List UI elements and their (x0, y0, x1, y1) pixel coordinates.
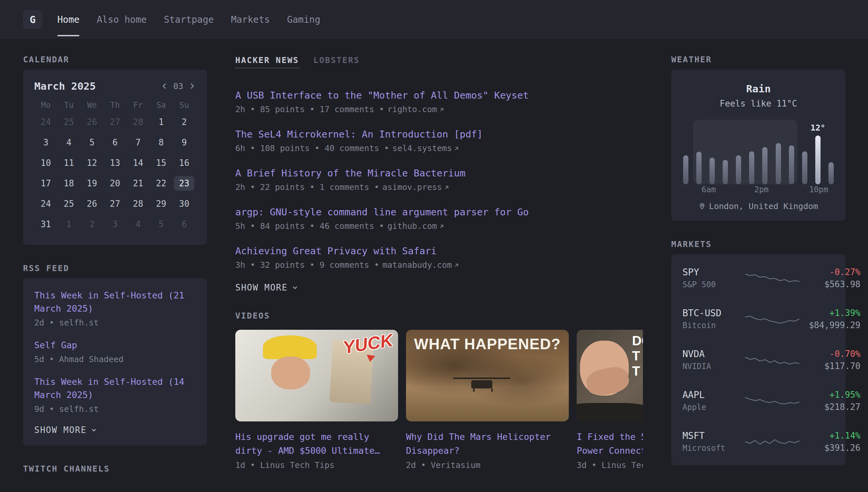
news-item-source[interactable]: matanabudy.com (383, 259, 460, 271)
rss-item-title[interactable]: This Week in Self-Hosted (21 March 2025) (34, 289, 196, 315)
calendar-day[interactable]: 9 (173, 132, 196, 153)
calendar-day[interactable]: 18 (57, 173, 80, 194)
news-item-source[interactable]: asimov.press (383, 181, 450, 194)
calendar-day[interactable]: 24 (34, 194, 57, 214)
news-item-title[interactable]: argp: GNU-style command line argument pa… (235, 205, 643, 219)
calendar-day[interactable]: 12 (80, 153, 103, 173)
calendar-day[interactable]: 5 (80, 132, 103, 153)
market-row[interactable]: AAPL Apple +1.95% $218.27 (682, 380, 834, 421)
calendar-day[interactable]: 2 (173, 112, 196, 132)
nav-tab[interactable]: Home (57, 0, 79, 39)
calendar-day[interactable]: 14 (127, 153, 150, 173)
rss-show-more-button[interactable]: SHOW MORE (34, 425, 97, 435)
news-tab[interactable]: LOBSTERS (313, 55, 360, 68)
video-title[interactable]: His upgrade got me really dirty - AMD $5… (235, 430, 398, 458)
news-item-source[interactable]: github.com (388, 220, 445, 232)
calendar-day[interactable]: 29 (150, 194, 173, 214)
calendar-day[interactable]: 11 (57, 153, 80, 173)
markets-heading: MARKETS (671, 239, 846, 249)
news-item-stats: 2h • 22 points • 1 comments • (235, 181, 379, 194)
news-item-meta: 2h • 22 points • 1 comments • asimov.pre… (235, 181, 643, 194)
calendar-day[interactable]: 3 (34, 132, 57, 153)
calendar-day[interactable]: 25 (57, 112, 80, 132)
calendar-day[interactable]: 6 (173, 214, 196, 235)
calendar-day[interactable]: 1 (57, 214, 80, 235)
video-title[interactable]: I Fixed the 5090 Power Connector (577, 430, 643, 458)
news-item-source[interactable]: sel4.systems (393, 142, 460, 155)
calendar-day[interactable]: 17 (34, 173, 57, 194)
market-price: $391.26 (799, 443, 861, 453)
news-item-source[interactable]: righto.com (388, 103, 445, 116)
rss-item-title[interactable]: Self Gap (34, 339, 196, 352)
calendar-day[interactable]: 2 (80, 214, 103, 235)
news-item-title[interactable]: A Brief History of the Miracle Bacterium (235, 166, 643, 180)
news-source-domain: matanabudy.com (383, 259, 452, 271)
video-thumbnail[interactable]: YUCK (235, 330, 398, 421)
calendar-day[interactable]: 1 (150, 112, 173, 132)
calendar-day[interactable]: 26 (80, 194, 103, 214)
news-tab[interactable]: HACKER NEWS (235, 55, 299, 68)
calendar-day[interactable]: 25 (57, 194, 80, 214)
app-logo[interactable]: G (23, 10, 42, 29)
calendar-day[interactable]: 23 (173, 173, 196, 194)
calendar-day[interactable]: 20 (103, 173, 127, 194)
calendar-day[interactable]: 30 (173, 194, 196, 214)
news-item-title[interactable]: A USB Interface to the "Mother of All De… (235, 88, 643, 102)
calendar-day[interactable]: 21 (127, 173, 150, 194)
calendar-day[interactable]: 4 (57, 132, 80, 153)
calendar-day[interactable]: 15 (150, 153, 173, 173)
nav-tab[interactable]: Markets (231, 0, 270, 39)
calendar-day[interactable]: 13 (103, 153, 127, 173)
calendar-day[interactable]: 7 (127, 132, 150, 153)
calendar-next-button[interactable] (188, 82, 196, 90)
news-show-more-button[interactable]: SHOW MORE (235, 282, 298, 293)
calendar-widget: CALENDAR March 2025 03 (23, 55, 207, 245)
calendar-day[interactable]: 5 (150, 214, 173, 235)
calendar-day[interactable]: 3 (103, 214, 127, 235)
market-row[interactable]: SPY S&P 500 -0.27% $563.98 (682, 257, 834, 298)
calendar-header: March 2025 03 (34, 80, 196, 92)
weather-card: Rain Feels like 11°C 12° 6am2pm10pm Lond… (671, 70, 846, 221)
market-symbol: MSFT (682, 430, 745, 441)
video-thumbnail[interactable]: WHAT HAPPENED? (406, 330, 569, 421)
market-row[interactable]: NVDA NVIDIA -0.70% $117.70 (682, 339, 834, 380)
nav-tab[interactable]: Gaming (287, 0, 320, 39)
nav-tab[interactable]: Also home (97, 0, 147, 39)
calendar-day[interactable]: 16 (173, 153, 196, 173)
market-row[interactable]: MSFT Microsoft +1.14% $391.26 (682, 421, 834, 462)
weather-condition: Rain (683, 83, 834, 95)
calendar-day[interactable]: 6 (103, 132, 127, 153)
weather-widget: WEATHER Rain Feels like 11°C 12° 6am2pm1… (671, 55, 846, 221)
calendar-day[interactable]: 27 (103, 194, 127, 214)
calendar-weekday-row: MoTuWeThFrSaSu (34, 99, 196, 112)
market-row[interactable]: BTC-USD Bitcoin +1.39% $84,999.29 (682, 298, 834, 339)
calendar-day[interactable]: 28 (127, 194, 150, 214)
calendar-day[interactable]: 8 (150, 132, 173, 153)
calendar-day[interactable]: 26 (80, 112, 103, 132)
calendar-day-number: 3 (107, 217, 123, 231)
market-values: +1.14% $391.26 (799, 430, 861, 453)
external-link-icon (454, 263, 459, 268)
calendar-day[interactable]: 28 (127, 112, 150, 132)
calendar-day[interactable]: 19 (80, 173, 103, 194)
video-meta: 1d • Linus Tech Tips (235, 460, 398, 470)
market-sparkline (745, 432, 799, 451)
rss-item-title[interactable]: This Week in Self-Hosted (14 March 2025) (34, 375, 196, 402)
video-thumbnail[interactable]: DO T T (577, 330, 643, 421)
news-item-title[interactable]: The SeL4 Microkernel: An Introduction [p… (235, 127, 643, 142)
calendar-day-number: 5 (84, 135, 100, 150)
calendar-day[interactable]: 4 (127, 214, 150, 235)
calendar-day[interactable]: 22 (150, 173, 173, 194)
news-item-meta: 3h • 32 points • 9 comments • matanabudy… (235, 259, 643, 271)
calendar-prev-button[interactable] (161, 82, 168, 90)
video-title[interactable]: Why Did The Mars Helicopter Disappear? (406, 430, 569, 458)
calendar-day[interactable]: 10 (34, 153, 57, 173)
calendar-day[interactable]: 27 (103, 112, 127, 132)
calendar-day-number: 2 (84, 217, 100, 231)
calendar-day[interactable]: 31 (34, 214, 57, 235)
nav-tab[interactable]: Startpage (164, 0, 214, 39)
calendar-day[interactable]: 24 (34, 112, 57, 132)
news-item-title[interactable]: Achieving Great Privacy with Safari (235, 244, 643, 258)
right-column: WEATHER Rain Feels like 11°C 12° 6am2pm1… (671, 55, 846, 479)
calendar-day-number: 10 (35, 156, 56, 170)
